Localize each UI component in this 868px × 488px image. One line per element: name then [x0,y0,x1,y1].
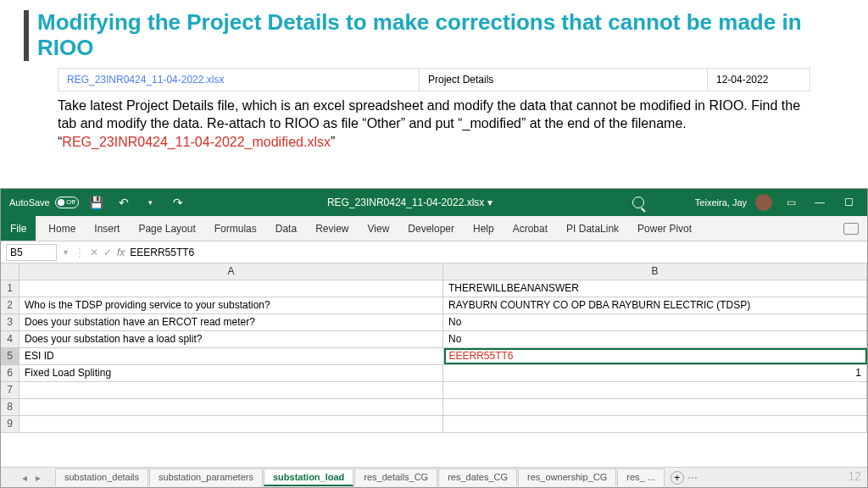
cell-b9[interactable] [443,416,867,432]
cell-b6[interactable]: 1 [443,365,867,381]
row-header[interactable]: 9 [1,416,19,432]
row-header[interactable]: 3 [1,314,19,330]
search-icon[interactable] [632,197,644,208]
cell-a8[interactable] [19,399,443,415]
enter-icon[interactable]: ✓ [103,247,112,258]
row-header[interactable]: 8 [1,399,19,415]
tab-pagelayout[interactable]: Page Layout [129,216,204,241]
tab-formulas[interactable]: Formulas [205,216,266,241]
row-header[interactable]: 6 [1,365,19,381]
file-date: 12-04-2022 [708,69,810,91]
cell-a2[interactable]: Who is the TDSP providing service to you… [19,297,443,313]
sheet-tab-res_ ...[interactable]: res_ ... [617,469,665,486]
row-header[interactable]: 7 [1,382,19,398]
excel-filename: REG_23INR0424_11-04-2022.xlsx ▾ [196,197,624,208]
row-header[interactable]: 4 [1,331,19,347]
formula-input[interactable]: EEERR55TT6 [130,247,862,258]
cell-b5[interactable]: EEERR55TT6 [444,348,868,364]
tab-file[interactable]: File [1,216,36,241]
file-link[interactable]: REG_23INR0424_11-04-2022.xlsx [58,69,420,91]
avatar[interactable] [755,194,772,211]
tab-home[interactable]: Home [39,216,85,241]
comment-icon[interactable] [843,223,859,235]
sheet-tab-substation_details[interactable]: substation_details [55,469,148,486]
cell-a4[interactable]: Does your substation have a load split? [19,331,443,347]
autosave-toggle[interactable]: AutoSave Off [9,197,79,208]
fx-label[interactable]: fx [117,247,125,258]
slide-number: 12 [848,469,861,483]
tab-data[interactable]: Data [266,216,306,241]
minimize-button[interactable]: — [810,192,830,213]
excel-window: AutoSave Off 💾 ↶ ▾ ↷ REG_23INR0424_11-04… [0,188,868,488]
tab-powerpivot[interactable]: Power Pivot [628,216,701,241]
tab-help[interactable]: Help [464,216,504,241]
file-info-bar: REG_23INR0424_11-04-2022.xlsx Project De… [58,68,810,92]
cell-a6[interactable]: Fixed Load Spliting [19,365,443,381]
slide-title: Modifying the Project Details to make co… [24,10,844,61]
namebox-dropdown-icon[interactable]: ▼ [62,248,70,257]
cancel-icon[interactable]: ✕ [90,247,98,258]
sheet-tab-res_dates_CG[interactable]: res_dates_CG [438,469,517,486]
user-name: Teixeira, Jay [695,197,747,208]
sheet-tab-substation_load[interactable]: substation_load [264,469,353,486]
tab-nav-prev-icon[interactable]: ◂ [18,472,31,484]
cell-b4[interactable]: No [443,331,867,347]
toggle-switch[interactable]: Off [55,197,79,208]
cell-b1[interactable]: THEREWILLBEANANSWER [443,280,867,297]
save-icon[interactable]: 💾 [87,193,106,212]
row-header[interactable]: 2 [1,297,19,313]
cell-b8[interactable] [443,399,867,415]
cell-b3[interactable]: No [443,314,867,330]
row-header[interactable]: 5 [1,348,19,364]
dropdown-icon[interactable]: ▾ [142,193,160,212]
col-a-header[interactable]: A [19,263,443,280]
cell-b7[interactable] [443,382,867,398]
ribbon-tabs: File Home Insert Page Layout Formulas Da… [1,216,867,241]
col-b-header[interactable]: B [443,263,867,280]
instructions: Take latest Project Details file, which … [58,97,810,152]
spreadsheet-grid[interactable]: A B 1THEREWILLBEANANSWER2Who is the TDSP… [1,263,867,433]
undo-icon[interactable]: ↶ [114,193,133,212]
tab-developer[interactable]: Developer [398,216,464,241]
sheet-tab-substation_parameters[interactable]: substation_parameters [149,469,263,486]
file-desc: Project Details [420,69,708,91]
instr-end: ” [331,135,335,149]
ribbon-mode-icon[interactable]: ▭ [781,192,801,213]
instr-filename: REG_23INR0424_11-04-2022_modified.xlsx [62,135,331,149]
sheet-tab-res_ownership_CG[interactable]: res_ownership_CG [518,469,616,486]
select-all-corner[interactable] [1,263,19,280]
cell-a5[interactable]: ESI ID [19,348,444,364]
sheet-tab-res_details_CG[interactable]: res_details_CG [354,469,437,486]
sheet-tabs: ◂ ▸ substation_detailssubstation_paramet… [1,467,867,487]
name-box[interactable]: B5 [6,244,57,261]
cell-b2[interactable]: RAYBURN COUNTRY CO OP DBA RAYBURN ELECTR… [443,297,867,313]
tab-insert[interactable]: Insert [85,216,129,241]
tab-acrobat[interactable]: Acrobat [504,216,557,241]
cell-a3[interactable]: Does your substation have an ERCOT read … [19,314,443,330]
redo-icon[interactable]: ↷ [169,193,187,212]
maximize-button[interactable]: ☐ [838,192,859,213]
autosave-label: AutoSave [9,197,50,208]
tab-review[interactable]: Review [306,216,358,241]
cell-a7[interactable] [19,382,443,398]
cell-a1[interactable] [19,280,443,297]
tab-pidatalink[interactable]: PI DataLink [557,216,628,241]
formula-bar: B5 ▼ ⋮ ✕ ✓ fx EEERR55TT6 [1,241,867,263]
cell-a9[interactable] [19,416,443,432]
row-header[interactable]: 1 [1,280,19,297]
tab-view[interactable]: View [359,216,399,241]
excel-titlebar: AutoSave Off 💾 ↶ ▾ ↷ REG_23INR0424_11-04… [1,189,867,216]
add-sheet-button[interactable]: + [670,471,684,485]
tab-nav-next-icon[interactable]: ▸ [31,472,45,484]
